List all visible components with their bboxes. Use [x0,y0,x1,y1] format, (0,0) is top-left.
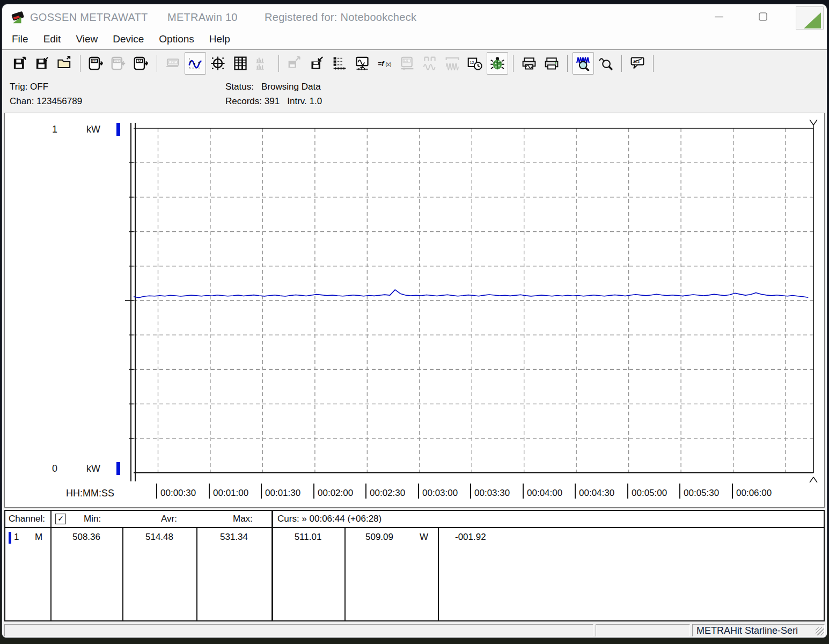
envelope-mode-button[interactable] [442,52,463,75]
svg-text:321: 321 [92,59,97,62]
table-header-divider [5,527,824,528]
title-bar[interactable]: GOSSEN METRAWATT METRAwin 10 Registered … [2,4,827,29]
zoom-out-button[interactable] [595,52,617,75]
table-border [272,511,273,620]
annotations-button[interactable]: 123 [627,52,648,75]
cell-avr: 514.48 [122,532,196,543]
table-view-button[interactable] [230,52,251,75]
y-axis-max-label: 1 [52,124,57,135]
x-tick-label: 00:03:00 [418,484,458,499]
menu-item-options[interactable]: Options [151,29,201,49]
read-device-memory-button[interactable]: 321 [85,52,107,75]
svg-text:=f: =f [378,60,385,67]
annotations-icon: 123 [630,56,645,71]
time-settings-icon: 12 [467,56,482,71]
toolbar-separator [513,55,513,72]
chart-panel: 1 kW 0 kW HH:MM:SS 00:00:3000:01:0000:01… [4,113,825,508]
analog-inputs-icon [422,56,437,71]
zoom-mode-button[interactable] [573,52,594,75]
menu-item-edit[interactable]: Edit [36,29,69,49]
channel-color-marker-top [116,123,120,136]
status-bar: METRAHit Starline-Seri [2,623,827,638]
y-axis-unit-top: kW [86,124,100,135]
menu-bar: FileEditViewDeviceOptionsHelp [2,29,827,50]
cell-cursor-delta: -001.92 [455,532,486,543]
menu-item-file[interactable]: File [4,29,36,49]
title-app-name: METRAwin 10 [167,11,238,24]
save-as-icon [34,56,49,71]
svg-text:12: 12 [470,61,474,64]
xy-view-icon [210,56,225,71]
maximize-button[interactable] [751,5,775,28]
open-file-icon [57,56,72,71]
minimize-button[interactable] [707,5,731,28]
debug-mode-button[interactable] [487,52,508,75]
monitor-view-icon [355,56,370,71]
x-axis-format-label: HH:MM:SS [66,488,114,499]
app-window: GOSSEN METRAWATT METRAwin 10 Registered … [2,4,827,638]
maximize-icon [758,12,768,21]
x-tick-label: 00:05:30 [679,484,719,499]
toolbar-separator [278,55,279,72]
yt-chart-view-button[interactable] [185,52,206,75]
formula-button[interactable]: =f(x) [374,52,395,75]
header-channel: Channel: [9,514,45,524]
zoom-out-icon [598,56,613,71]
read-multimeter-icon: M [134,56,149,71]
channel-row-marker [9,532,11,544]
y-axis-unit-bottom: kW [86,463,100,474]
formula-icon: =f(x) [377,56,392,71]
x-tick-label: 00:04:00 [523,484,562,499]
device-settings-button[interactable]: 321 [397,52,418,75]
monitor-view-button[interactable] [351,52,373,75]
toolbar-separator [567,55,568,72]
toolbar-separator [653,55,654,72]
toolbar-separator [621,55,622,72]
toolbar: 321321M1257=f(x)32112123 [2,50,827,76]
import-data-icon [310,56,325,71]
analog-inputs-button[interactable] [419,52,441,75]
write-device-button[interactable]: 321 [108,52,129,75]
print-button[interactable] [541,52,562,75]
header-min: Min: [84,514,101,524]
save-button[interactable] [9,52,30,75]
resize-grip[interactable] [816,627,824,635]
x-tick-label: 00:02:00 [313,484,353,499]
toolbar-separator [80,55,80,72]
zoom-mode-icon [576,56,591,71]
open-file-button[interactable] [54,52,75,75]
cell-cursor2-unit: W [420,532,428,543]
histogram-view-icon [255,56,270,71]
menu-item-device[interactable]: Device [105,29,151,49]
trigger-status: Trig: OFF [10,82,48,92]
x-tick-label: 00:00:30 [156,484,196,499]
cell-max: 531.34 [196,532,272,543]
channel-visible-checkbox[interactable]: ✓ [55,514,66,524]
save-icon [12,56,27,71]
time-settings-button[interactable]: 12 [464,52,486,75]
xy-view-button[interactable] [207,52,229,75]
svg-text:321: 321 [404,58,408,62]
export-data-icon [287,56,302,71]
records-interval: Records: 391 Intrv. 1.0 [225,96,322,107]
title-registration: Registered for: Notebookcheck [265,11,416,24]
print-preview-button[interactable] [518,52,540,75]
header-max: Max: [233,514,253,524]
read-device-memory-icon: 321 [89,56,104,71]
read-multimeter-button[interactable]: M [130,52,152,75]
channel-list: Chan: 123456789 [10,96,82,107]
save-as-button[interactable] [31,52,53,75]
menu-item-view[interactable]: View [68,29,105,49]
cell-min: 508.36 [50,532,122,543]
header-avr: Avr: [161,514,177,524]
menu-item-help[interactable]: Help [202,29,238,49]
histogram-view-button[interactable] [252,52,274,75]
channel-settings-button[interactable] [329,52,350,75]
debug-mode-icon [490,56,505,71]
title-brand: GOSSEN METRAWATT [30,11,148,24]
export-data-button[interactable] [284,52,305,75]
table-border [438,528,439,620]
import-data-button[interactable] [306,52,328,75]
minimize-icon [714,12,724,21]
numeric-display-button[interactable]: 1257 [162,52,184,75]
